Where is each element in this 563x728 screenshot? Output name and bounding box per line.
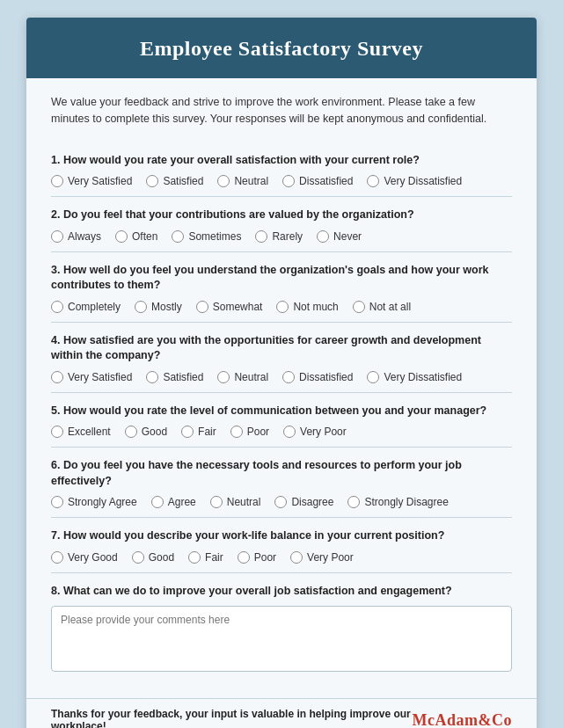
option-item-q5-2[interactable]: Fair	[181, 426, 216, 438]
option-label-q3-4: Not at all	[369, 301, 411, 313]
option-item-q3-2[interactable]: Somewhat	[196, 301, 263, 313]
option-label-q5-4: Very Poor	[300, 426, 347, 438]
radio-circle-q1-3	[282, 175, 295, 187]
question-block-q1: 1. How would you rate your overall satis…	[51, 142, 512, 198]
option-item-q7-0[interactable]: Very Good	[51, 551, 118, 564]
option-item-q6-1[interactable]: Agree	[151, 496, 196, 508]
question-text-q7: 7. How would you describe your work-life…	[51, 528, 512, 544]
survey-footer: Thanks for your feedback, your input is …	[26, 698, 537, 728]
option-item-q4-3[interactable]: Dissatisfied	[282, 371, 353, 383]
radio-circle-q2-3	[255, 230, 267, 243]
question-text-q5: 5. How would you rate the level of commu…	[51, 404, 512, 419]
radio-circle-q6-2	[210, 496, 223, 508]
option-item-q1-1[interactable]: Satisfied	[146, 175, 203, 187]
comments-textarea[interactable]	[51, 606, 512, 672]
survey-body: We value your feedback and strive to imp…	[26, 78, 537, 695]
option-item-q6-2[interactable]: Neutral	[210, 496, 261, 508]
radio-circle-q2-4	[317, 230, 329, 243]
comments-textarea-block	[51, 606, 512, 675]
options-row-q7: Very GoodGoodFairPoorVery Poor	[51, 551, 512, 564]
option-label-q1-1: Satisfied	[163, 175, 203, 187]
question-block-q8: 8. What can we do to improve your overal…	[51, 573, 512, 685]
option-label-q7-1: Good	[149, 551, 174, 564]
option-item-q3-0[interactable]: Completely	[51, 301, 121, 313]
option-item-q4-2[interactable]: Neutral	[217, 371, 268, 383]
question-block-q6: 6. Do you feel you have the necessary to…	[51, 448, 512, 518]
option-label-q3-2: Somewhat	[213, 301, 263, 313]
option-item-q1-4[interactable]: Very Dissatisfied	[367, 175, 462, 187]
option-item-q7-2[interactable]: Fair	[188, 551, 223, 564]
option-label-q6-3: Disagree	[291, 496, 333, 508]
option-label-q6-1: Agree	[168, 496, 196, 508]
option-label-q7-0: Very Good	[68, 551, 118, 564]
radio-circle-q7-0	[51, 551, 63, 564]
radio-circle-q1-2	[217, 175, 230, 187]
brand-logo: McAdam&Co	[413, 711, 512, 728]
question-text-q1: 1. How would you rate your overall satis…	[51, 153, 512, 169]
option-label-q4-0: Very Satisfied	[68, 371, 132, 383]
option-item-q7-4[interactable]: Very Poor	[290, 551, 354, 564]
option-item-q3-3[interactable]: Not much	[276, 301, 338, 313]
option-item-q7-3[interactable]: Poor	[238, 551, 276, 564]
option-label-q4-3: Dissatisfied	[299, 371, 353, 383]
radio-circle-q4-3	[282, 371, 295, 383]
radio-circle-q5-0	[51, 426, 63, 438]
option-item-q6-3[interactable]: Disagree	[274, 496, 333, 508]
option-item-q3-4[interactable]: Not at all	[353, 301, 411, 313]
option-item-q5-1[interactable]: Good	[125, 426, 167, 438]
question-text-q2: 2. Do you feel that your contributions a…	[51, 207, 512, 223]
option-item-q1-0[interactable]: Very Satisfied	[51, 175, 132, 187]
questions-container: 1. How would you rate your overall satis…	[51, 142, 512, 685]
radio-circle-q6-1	[151, 496, 164, 508]
option-item-q2-2[interactable]: Sometimes	[172, 230, 241, 243]
option-item-q4-1[interactable]: Satisfied	[146, 371, 203, 383]
option-label-q5-0: Excellent	[68, 426, 111, 438]
option-label-q1-0: Very Satisfied	[68, 175, 132, 187]
radio-circle-q5-2	[181, 426, 194, 438]
option-item-q2-1[interactable]: Often	[115, 230, 157, 243]
option-item-q3-1[interactable]: Mostly	[135, 301, 182, 313]
question-text-q8: 8. What can we do to improve your overal…	[51, 584, 512, 600]
option-item-q1-2[interactable]: Neutral	[217, 175, 268, 187]
option-item-q2-0[interactable]: Always	[51, 230, 101, 243]
survey-card: Employee Satisfactory Survey We value yo…	[26, 18, 537, 728]
radio-circle-q3-4	[353, 301, 365, 313]
option-label-q7-3: Poor	[254, 551, 276, 564]
option-label-q1-4: Very Dissatisfied	[384, 175, 462, 187]
option-label-q2-1: Often	[132, 230, 157, 243]
radio-circle-q5-1	[125, 426, 137, 438]
radio-circle-q4-2	[217, 371, 230, 383]
option-item-q6-0[interactable]: Strongly Agree	[51, 496, 137, 508]
option-label-q7-2: Fair	[205, 551, 223, 564]
footer-thanks-text: Thanks for your feedback, your input is …	[51, 708, 413, 728]
option-item-q2-4[interactable]: Never	[317, 230, 362, 243]
question-block-q5: 5. How would you rate the level of commu…	[51, 393, 512, 448]
radio-circle-q3-0	[51, 301, 63, 313]
option-item-q6-4[interactable]: Strongly Disagree	[347, 496, 448, 508]
radio-circle-q3-1	[135, 301, 147, 313]
option-item-q4-0[interactable]: Very Satisfied	[51, 371, 132, 383]
option-label-q6-0: Strongly Agree	[68, 496, 137, 508]
option-item-q5-4[interactable]: Very Poor	[283, 426, 347, 438]
options-row-q2: AlwaysOftenSometimesRarelyNever	[51, 230, 512, 243]
radio-circle-q6-4	[347, 496, 360, 508]
radio-circle-q1-0	[51, 175, 63, 187]
radio-circle-q5-3	[230, 426, 243, 438]
radio-circle-q6-0	[51, 496, 63, 508]
options-row-q4: Very SatisfiedSatisfiedNeutralDissatisfi…	[51, 371, 512, 383]
survey-header: Employee Satisfactory Survey	[26, 18, 537, 78]
option-item-q2-3[interactable]: Rarely	[255, 230, 303, 243]
option-label-q2-3: Rarely	[272, 230, 303, 243]
option-item-q1-3[interactable]: Dissatisfied	[282, 175, 353, 187]
brand-name: McAdam	[413, 711, 479, 728]
question-text-q3: 3. How well do you feel you understand t…	[51, 263, 512, 294]
option-item-q7-1[interactable]: Good	[132, 551, 174, 564]
option-label-q6-4: Strongly Disagree	[364, 496, 448, 508]
option-item-q5-3[interactable]: Poor	[230, 426, 269, 438]
question-block-q4: 4. How satisfied are you with the opport…	[51, 323, 512, 393]
option-label-q7-4: Very Poor	[307, 551, 354, 564]
question-block-q2: 2. Do you feel that your contributions a…	[51, 197, 512, 252]
question-text-q6: 6. Do you feel you have the necessary to…	[51, 458, 512, 489]
option-item-q4-4[interactable]: Very Dissatisfied	[367, 371, 462, 383]
option-item-q5-0[interactable]: Excellent	[51, 426, 111, 438]
